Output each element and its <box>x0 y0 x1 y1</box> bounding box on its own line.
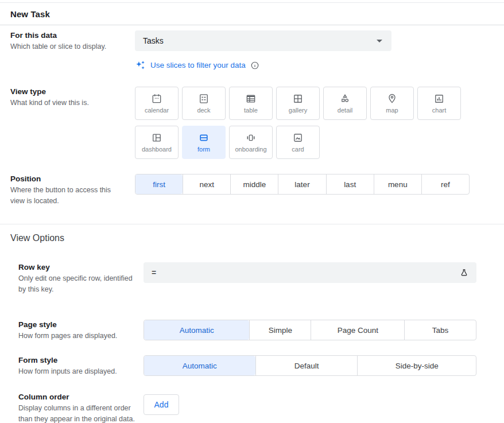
position-segmented-control: first next middle later last menu ref <box>135 174 470 195</box>
form-style-segmented-control: Automatic Default Side-by-side <box>144 355 476 376</box>
view-type-option-label: map <box>386 107 398 114</box>
view-type-calendar[interactable]: calendar <box>135 87 179 120</box>
view-type-row: View type What kind of view this is. cal… <box>0 87 504 159</box>
form-style-option-default[interactable]: Default <box>255 356 358 375</box>
table-icon <box>245 93 257 104</box>
page-style-option-automatic[interactable]: Automatic <box>144 320 249 340</box>
for-this-data-description: Which table or slice to display. <box>10 41 127 52</box>
section-divider <box>0 224 504 224</box>
page-style-option-simple[interactable]: Simple <box>249 320 311 340</box>
card-icon <box>292 132 304 143</box>
position-option-last[interactable]: last <box>326 174 374 194</box>
view-type-description: What kind of view this is. <box>10 98 127 108</box>
dashboard-icon <box>151 132 162 143</box>
position-option-next[interactable]: next <box>183 174 230 194</box>
view-type-deck[interactable]: deck <box>182 87 226 120</box>
view-options-section: Row key Only edit one specific row, iden… <box>0 262 504 423</box>
column-order-description: Display columns in a different order tha… <box>18 403 135 423</box>
form-style-row: Form style How form inputs are displayed… <box>0 355 504 377</box>
view-type-gallery[interactable]: gallery <box>276 87 320 120</box>
row-key-label: Row key <box>18 262 135 272</box>
formula-editor-button[interactable] <box>459 268 469 278</box>
view-type-option-label: card <box>292 146 304 153</box>
view-type-chart[interactable]: chart <box>417 87 461 120</box>
row-key-row: Row key Only edit one specific row, iden… <box>0 262 504 295</box>
formula-equals-prefix: = <box>152 268 156 277</box>
sparkle-icon <box>135 60 146 71</box>
page-style-description: How form pages are displayed. <box>18 331 135 341</box>
view-type-onboarding[interactable]: onboarding <box>229 126 273 159</box>
page-style-option-page-count[interactable]: Page Count <box>311 320 404 340</box>
view-type-option-label: table <box>244 107 258 114</box>
form-style-option-automatic[interactable]: Automatic <box>144 356 255 375</box>
view-options-heading: View Options <box>0 232 504 243</box>
view-type-option-label: detail <box>338 107 352 114</box>
position-option-first[interactable]: first <box>135 174 183 194</box>
position-option-menu[interactable]: menu <box>374 174 421 194</box>
for-this-data-row: For this data Which table or slice to di… <box>0 30 504 52</box>
use-slices-link[interactable]: Use slices to filter your data <box>150 61 246 69</box>
position-row: Position Where the button to access this… <box>0 174 504 207</box>
column-order-row: Column order Display columns in a differ… <box>0 392 504 423</box>
map-pin-icon <box>386 93 398 104</box>
add-column-button[interactable]: Add <box>144 394 179 415</box>
position-option-ref[interactable]: ref <box>421 174 469 194</box>
form-icon <box>198 132 210 143</box>
table-select-dropdown[interactable]: Tasks <box>135 30 391 51</box>
page-style-option-tabs[interactable]: Tabs <box>404 320 476 340</box>
position-option-later[interactable]: later <box>278 174 325 194</box>
panel-header: New Task <box>0 3 504 25</box>
detail-icon <box>339 93 351 104</box>
for-this-data-label: For this data <box>10 30 127 40</box>
onboarding-icon <box>245 132 257 143</box>
page-style-row: Page style How form pages are displayed.… <box>0 320 504 341</box>
slices-link-row: Use slices to filter your data <box>135 60 504 71</box>
page-style-label: Page style <box>18 320 135 329</box>
form-style-option-side-by-side[interactable]: Side-by-side <box>357 356 476 375</box>
gallery-icon <box>292 93 304 104</box>
column-order-label: Column order <box>18 392 135 402</box>
page-style-segmented-control: Automatic Simple Page Count Tabs <box>144 320 476 340</box>
table-select-value: Tasks <box>143 36 164 45</box>
position-option-middle[interactable]: middle <box>230 174 278 194</box>
flask-icon <box>459 268 469 278</box>
deck-icon <box>198 93 210 104</box>
view-type-dashboard[interactable]: dashboard <box>135 126 179 159</box>
view-type-option-label: calendar <box>145 107 169 114</box>
page-title: New Task <box>10 9 50 19</box>
view-type-option-label: chart <box>432 107 446 114</box>
dropdown-caret-icon <box>377 40 382 42</box>
view-type-option-label: dashboard <box>142 146 172 153</box>
row-key-description: Only edit one specific row, identified b… <box>18 273 135 295</box>
view-type-options: calendar deck <box>135 87 470 159</box>
view-type-form[interactable]: form <box>182 126 226 159</box>
row-key-formula-input[interactable]: = <box>144 262 476 283</box>
position-label: Position <box>10 174 127 184</box>
form-style-label: Form style <box>18 355 135 365</box>
form-style-description: How form inputs are displayed. <box>18 366 135 377</box>
view-type-option-label: gallery <box>289 107 307 114</box>
view-type-map[interactable]: map <box>370 87 414 120</box>
view-editor-panel: New Task For this data Which table or sl… <box>0 0 504 423</box>
calendar-icon <box>151 93 162 104</box>
view-type-option-label: form <box>197 146 210 153</box>
view-type-detail[interactable]: detail <box>323 87 367 120</box>
position-description: Where the button to access this view is … <box>10 185 127 207</box>
chart-icon <box>433 93 445 104</box>
view-type-option-label: deck <box>197 107 210 114</box>
info-icon[interactable] <box>250 61 259 70</box>
view-type-card[interactable]: card <box>276 126 320 159</box>
view-type-table[interactable]: table <box>229 87 273 120</box>
view-type-option-label: onboarding <box>235 146 266 153</box>
view-type-label: View type <box>10 87 127 96</box>
